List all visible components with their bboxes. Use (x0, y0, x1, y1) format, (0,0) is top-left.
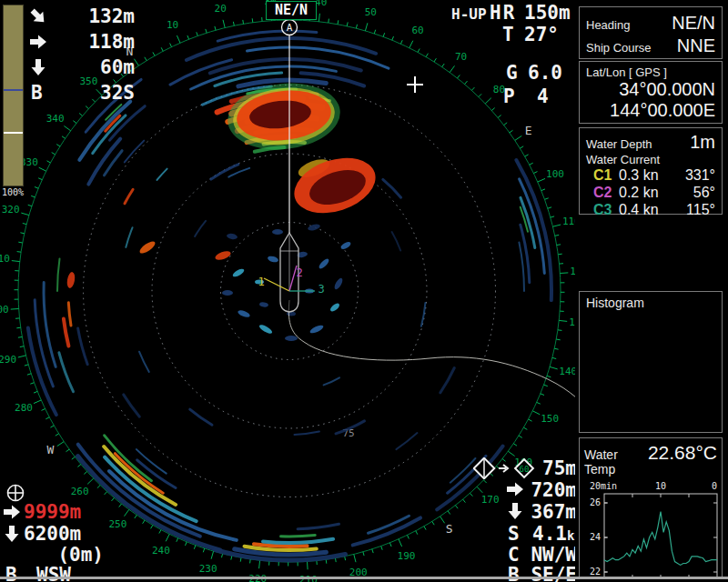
longitude-value: 144°00.000E (586, 100, 715, 121)
svg-text:140: 140 (559, 366, 575, 377)
svg-text:10: 10 (655, 481, 666, 491)
svg-text:E: E (525, 124, 532, 137)
marker-range-value: 75m (510, 457, 577, 479)
current1-tag: C1 (593, 167, 619, 184)
svg-text:S: S (446, 522, 453, 536)
range-mode-label: HR (490, 2, 516, 24)
arrow-down-right-icon (29, 7, 47, 29)
svg-text:20min: 20min (590, 481, 617, 491)
current2-dir: 56° (693, 185, 715, 201)
svg-text:50: 50 (365, 6, 377, 18)
water-depth-label: Water Depth (586, 137, 652, 151)
svg-text:20: 20 (215, 3, 227, 15)
gain-letter: G (506, 62, 518, 84)
svg-text:100: 100 (546, 168, 564, 180)
current3-tag: C3 (593, 202, 619, 218)
gain-percent-label: 100% (2, 187, 24, 197)
svg-text:2: 2 (296, 266, 302, 279)
svg-text:26: 26 (590, 497, 601, 507)
heading-label: Heading (586, 18, 630, 32)
arrow-down-icon (29, 58, 47, 80)
current2-tag: C2 (593, 185, 619, 201)
event-bearing-value: WSW (36, 564, 71, 582)
gain-marker-white[interactable] (4, 132, 23, 134)
tilt-value: 27° (524, 24, 559, 45)
water-depth-value: 1m (690, 132, 715, 153)
svg-text:290: 290 (0, 354, 16, 366)
gain-marker-blue[interactable] (4, 89, 23, 91)
horizontal-range-value: 118m (51, 31, 135, 53)
svg-text:240: 240 (152, 545, 170, 557)
bearing-letter: B (31, 82, 43, 104)
pulse-letter: P (503, 85, 515, 107)
event-depth-value: 6200m (24, 523, 81, 545)
current3-speed: 0.4 kn (619, 202, 686, 218)
target-range-value: 132m (51, 5, 135, 27)
heading-readout-box: NE/N (266, 1, 317, 20)
heading-value: NE/N (672, 13, 715, 34)
water-temp-graph: 20min100262422 (584, 480, 721, 582)
svg-text:190: 190 (398, 550, 416, 562)
svg-text:A: A (287, 22, 293, 34)
svg-text:40: 40 (315, 0, 327, 8)
marker-depth-value: 367m (510, 501, 577, 523)
bearing2-value: SE/E (510, 564, 577, 582)
svg-text:0: 0 (712, 481, 717, 491)
arrow-right-icon (29, 33, 47, 55)
event-alt-value: (0m) (24, 544, 104, 566)
bottom-bezel-line (0, 577, 728, 579)
histogram-box: Histogram (579, 291, 723, 433)
latitude-value: 34°00.000N (586, 79, 715, 100)
svg-text:60: 60 (411, 25, 423, 36)
svg-text:250: 250 (108, 518, 126, 530)
current1-speed: 0.3 kn (619, 167, 685, 184)
ship-course-value: NNE (677, 35, 715, 56)
svg-text:310: 310 (0, 253, 10, 265)
current3-dir: 115° (686, 202, 715, 218)
current1-dir: 331° (685, 167, 715, 184)
svg-text:130: 130 (569, 316, 575, 328)
orientation-mode-label[interactable]: H-UP (451, 5, 487, 23)
svg-text:W: W (46, 443, 54, 457)
water-temp-box: Water Temp 22.68°C 20min100262422 (579, 437, 723, 579)
gain-bar[interactable] (3, 5, 24, 186)
event-bearing-letter: B (5, 564, 17, 582)
svg-text:170: 170 (481, 494, 500, 506)
histogram-title: Histogram (586, 296, 715, 310)
event-horiz-value: 9999m (24, 501, 81, 523)
water-temp-label: Water Temp (584, 447, 648, 477)
marker-horiz-value: 720m (510, 479, 577, 501)
svg-text:24: 24 (590, 532, 601, 542)
arrow-down-icon (3, 525, 21, 547)
svg-text:300: 300 (0, 304, 9, 316)
sonar-app-window: 75N1020304050607080E10011012013014015016… (0, 0, 728, 582)
right-panel: Heading NE/N Ship Course NNE Ship Speed … (575, 0, 728, 582)
depth-value: 60m (51, 56, 135, 78)
current2-speed: 0.2 kn (619, 185, 693, 201)
svg-text:280: 280 (15, 402, 33, 414)
svg-text:3: 3 (318, 283, 324, 296)
water-current-label: Water Current (586, 153, 715, 166)
nav-data-box: Heading NE/N Ship Course NNE Ship Speed … (579, 6, 723, 59)
svg-text:260: 260 (71, 486, 89, 497)
water-data-box: Water Depth 1m Water Current C1 0.3 kn 3… (579, 127, 723, 215)
svg-text:10: 10 (167, 19, 178, 31)
bearing-value: 32S (51, 82, 135, 104)
ship-course-label: Ship Course (586, 41, 652, 55)
pulse-value: 4 (537, 85, 549, 107)
svg-text:320: 320 (2, 204, 20, 216)
arrow-right-icon (3, 503, 21, 525)
svg-text:22: 22 (590, 567, 601, 577)
svg-text:340: 340 (46, 113, 65, 125)
speed-letter: S (508, 523, 520, 545)
svg-text:230: 230 (199, 563, 217, 575)
tilt-label: T (502, 24, 514, 45)
gain-value: 6.0 (528, 62, 562, 84)
svg-text:1: 1 (258, 276, 264, 288)
range-value: 150m (524, 2, 571, 24)
water-temp-value: 22.68°C (648, 442, 717, 464)
latlon-box: Lat/Lon [ GPS ] 34°00.000N 144°00.000E (579, 61, 723, 124)
svg-text:110: 110 (562, 216, 575, 227)
svg-text:70: 70 (455, 51, 467, 63)
latlon-title: Lat/Lon [ GPS ] (586, 65, 715, 79)
